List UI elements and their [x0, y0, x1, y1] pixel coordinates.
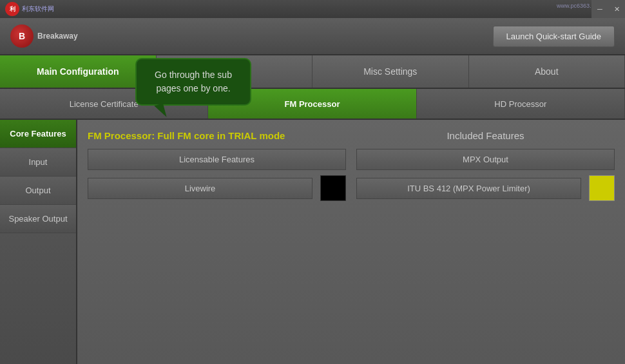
tab-hd-processor[interactable]: HD Processor: [417, 89, 625, 119]
sidebar: Core Features Input Output Speaker Outpu…: [0, 120, 77, 364]
livewire-label: Livewire: [88, 178, 312, 199]
app-container: B Breakaway Launch Quick-start Guide Go …: [0, 18, 625, 364]
breakaway-logo-icon: B: [10, 24, 34, 48]
included-features-label: Included Features: [356, 130, 615, 141]
sidebar-item-input[interactable]: Input: [0, 148, 76, 177]
features-section: Licensable Features Livewire MPX Output …: [88, 149, 615, 201]
app-logo-icon: 利: [5, 2, 19, 16]
main-nav: Go through the sub pages one by one. Mai…: [0, 55, 625, 89]
top-toolbar: B Breakaway Launch Quick-start Guide: [0, 18, 625, 55]
livewire-indicator: [320, 175, 346, 201]
main-content-panel: FM Processor: Full FM core in TRIAL mode…: [77, 120, 625, 364]
secondary-nav: License Certificate FM Processor HD Proc…: [0, 89, 625, 120]
title-bar-logo: 利 利东软件网: [5, 2, 54, 16]
breakaway-logo: B Breakaway: [10, 24, 78, 48]
tab-main-configuration[interactable]: Main Configuration: [0, 55, 157, 88]
window-controls: ─ ✕: [591, 0, 625, 18]
content-area: Core Features Input Output Speaker Outpu…: [0, 120, 625, 364]
quick-start-button[interactable]: Launch Quick-start Guide: [493, 26, 615, 47]
sidebar-item-speaker-output[interactable]: Speaker Output: [0, 205, 76, 233]
tab-about[interactable]: About: [469, 55, 626, 88]
title-bar: 利 利东软件网 www.pc6363.net ─ ✕: [0, 0, 625, 18]
title-bar-brand: 利东软件网: [22, 5, 54, 14]
sidebar-item-output[interactable]: Output: [0, 177, 76, 205]
licensable-features-col: Licensable Features Livewire: [88, 149, 346, 201]
callout-text: Go through the sub pages one by one.: [155, 70, 232, 93]
minimize-button[interactable]: ─: [591, 0, 608, 18]
included-features-col: MPX Output ITU BS 412 (MPX Power Limiter…: [356, 149, 615, 201]
licensable-features-label: Licensable Features: [88, 149, 346, 170]
itu-label: ITU BS 412 (MPX Power Limiter): [356, 178, 581, 199]
close-button[interactable]: ✕: [608, 0, 625, 18]
trial-mode-text: FM Processor: Full FM core in TRIAL mode: [88, 130, 346, 141]
mpx-indicator: [589, 175, 615, 201]
trial-row: FM Processor: Full FM core in TRIAL mode…: [88, 130, 615, 141]
tab-misc-settings[interactable]: Misc Settings: [312, 55, 469, 88]
mpx-output-label: MPX Output: [356, 149, 615, 170]
sidebar-item-core-features[interactable]: Core Features: [0, 120, 76, 148]
callout-bubble: Go through the sub pages one by one.: [135, 58, 251, 106]
breakaway-logo-text: Breakaway: [37, 32, 78, 41]
